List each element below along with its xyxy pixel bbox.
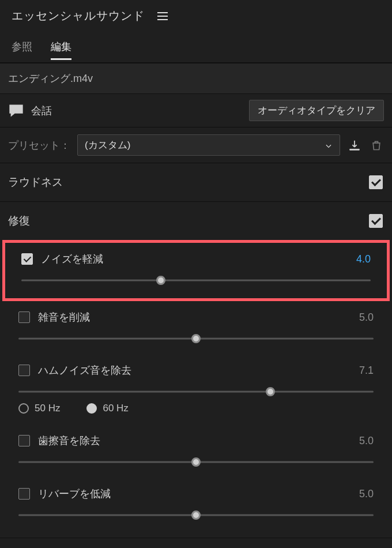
reduce-rumble-checkbox[interactable]	[18, 311, 30, 323]
reduce-rumble-label: 雑音を削減	[38, 310, 90, 324]
trash-icon[interactable]	[369, 138, 384, 153]
section-loudness-header[interactable]: ラウドネス	[0, 163, 392, 201]
clear-audio-type-button[interactable]: オーディオタイプをクリア	[249, 100, 384, 121]
clip-name: エンディング.m4v	[0, 63, 392, 94]
radio-60hz-label: 60 Hz	[103, 403, 128, 414]
tab-bar: 参照 編集	[0, 28, 392, 63]
reduce-rumble-slider[interactable]	[18, 335, 374, 343]
reduce-noise-slider[interactable]	[21, 276, 371, 284]
param-dehum: ハムノイズ音を除去 7.1	[0, 354, 392, 400]
deess-checkbox[interactable]	[18, 435, 30, 446]
param-reduce-noise: ノイズを軽減 4.0	[2, 240, 390, 301]
dereverb-label: リバーブを低減	[38, 487, 111, 501]
audio-type-label: 会話	[31, 104, 52, 118]
preset-label: プリセット：	[8, 138, 70, 152]
deess-label: 歯擦音を除去	[38, 434, 100, 448]
section-repair: 修復 ノイズを軽減 4.0 雑音を削減	[0, 202, 392, 538]
reduce-noise-value[interactable]: 4.0	[356, 253, 371, 265]
section-repair-header[interactable]: 修復	[0, 202, 392, 240]
chevron-down-icon	[325, 141, 333, 149]
radio-50hz[interactable]: 50 Hz	[18, 403, 60, 414]
param-reduce-rumble: 雑音を削減 5.0	[0, 301, 392, 354]
dehum-checkbox[interactable]	[18, 365, 30, 376]
dereverb-checkbox[interactable]	[18, 488, 30, 500]
radio-60hz[interactable]: 60 Hz	[86, 403, 128, 414]
save-preset-icon[interactable]	[347, 138, 362, 153]
section-repair-title: 修復	[8, 213, 30, 228]
loudness-toggle-checkbox[interactable]	[369, 175, 383, 189]
dialogue-icon	[8, 103, 24, 119]
dereverb-value[interactable]: 5.0	[359, 488, 374, 500]
audio-type-left: 会話	[8, 103, 52, 119]
preset-value: (カスタム)	[85, 138, 130, 152]
param-deess: 歯擦音を除去 5.0	[0, 425, 392, 478]
tab-edit[interactable]: 編集	[51, 40, 71, 60]
preset-row: プリセット： (カスタム)	[0, 127, 392, 163]
repair-body: ノイズを軽減 4.0 雑音を削減 5.0	[0, 240, 392, 538]
section-loudness-title: ラウドネス	[8, 175, 63, 190]
radio-circle-icon	[86, 403, 97, 414]
dehum-slider[interactable]	[18, 388, 374, 396]
dehum-radio-row: 50 Hz 60 Hz	[0, 400, 392, 425]
section-loudness: ラウドネス	[0, 163, 392, 202]
dehum-value[interactable]: 7.1	[359, 365, 374, 377]
panel-header: エッセンシャルサウンド	[0, 0, 392, 28]
reduce-rumble-value[interactable]: 5.0	[359, 311, 374, 324]
audio-type-row: 会話 オーディオタイプをクリア	[0, 94, 392, 127]
deess-slider[interactable]	[18, 458, 374, 466]
reduce-noise-label: ノイズを軽減	[41, 252, 103, 266]
deess-value[interactable]: 5.0	[359, 435, 374, 447]
panel-menu-icon[interactable]	[155, 10, 170, 22]
radio-50hz-label: 50 Hz	[35, 403, 60, 414]
reduce-noise-checkbox[interactable]	[21, 253, 33, 265]
dereverb-slider[interactable]	[18, 511, 374, 519]
dehum-label: ハムノイズ音を除去	[38, 363, 131, 377]
preset-select[interactable]: (カスタム)	[77, 134, 340, 156]
radio-circle-icon	[18, 403, 29, 414]
repair-toggle-checkbox[interactable]	[369, 214, 383, 228]
param-dereverb: リバーブを低減 5.0	[0, 478, 392, 531]
tab-browse[interactable]: 参照	[12, 40, 32, 60]
panel-title: エッセンシャルサウンド	[12, 8, 145, 24]
